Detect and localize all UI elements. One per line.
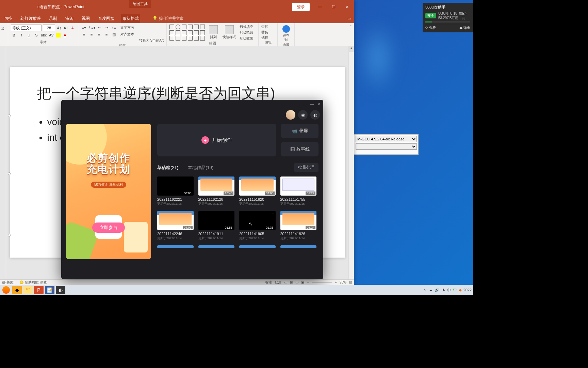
project-card[interactable]: 00:00202211162221更新于2022/11/16 [157, 177, 194, 206]
shape-fill-button[interactable]: 形状填充 [240, 25, 253, 29]
shape-outline-button[interactable]: 形状轮廓 [240, 30, 253, 35]
maximize-button[interactable]: ☐ [327, 2, 340, 12]
close-button[interactable]: ✕ [340, 2, 354, 12]
shape-line-icon[interactable] [194, 25, 199, 29]
secondary-select[interactable] [356, 143, 417, 150]
collapse-ribbon-icon[interactable]: ▭ [347, 16, 351, 21]
windows-taskbar[interactable]: ◆ 📁 P 📝 ◐ ＾ ☁ 🔊 🖧 中 🛡 ◆ 2022 [0, 285, 473, 295]
tray-volume-icon[interactable]: 🔊 [435, 288, 439, 292]
record-screen-button[interactable]: 📹 录屏 [281, 124, 318, 138]
tray-app-icon[interactable]: ◆ [459, 288, 461, 292]
textbox-handle[interactable] [8, 234, 11, 236]
tab-baidu[interactable]: 百度网盘 [97, 14, 116, 23]
usb-eject-button[interactable]: ⏏ 弹出 [459, 26, 470, 30]
project-card[interactable]: 01:55202211141911更新于2022/11/14 [198, 211, 235, 241]
storyline-button[interactable]: 🎞 故事线 [281, 142, 318, 156]
batch-process-button[interactable]: 批量处理 [294, 163, 318, 172]
sorter-view-icon[interactable]: ⊞ [290, 280, 293, 284]
ribbon-options-icon[interactable]: ▭ [299, 2, 313, 12]
editor-minimize-icon[interactable]: — [310, 102, 314, 107]
editor-taskbar-icon[interactable]: ◐ [56, 286, 65, 294]
project-thumbnail[interactable]: 01:33⋯↖ [239, 211, 276, 230]
tell-me-search[interactable]: 💡 操作说明搜索 [152, 16, 183, 21]
tab-view[interactable]: 视图 [80, 14, 91, 23]
project-card[interactable]: 09:22202211151755更新于2022/11/15 [280, 177, 317, 206]
indent-left-icon[interactable]: ⇤ [96, 25, 102, 31]
shadow-icon[interactable]: abc [41, 32, 47, 38]
project-card[interactable] [239, 245, 276, 248]
shape-arrow-icon[interactable] [188, 25, 193, 29]
decrease-font-icon[interactable]: A↓ [63, 25, 69, 31]
zoom-slider[interactable] [312, 282, 332, 283]
tray-network-icon[interactable]: 🖧 [441, 288, 445, 292]
tab-slideshow[interactable]: 幻灯片放映 [19, 14, 42, 23]
project-thumbnail[interactable]: 00:00 [157, 177, 194, 196]
quick-style-button[interactable]: 快速样式 [221, 25, 238, 41]
spacing-icon[interactable]: AV [48, 32, 54, 38]
project-card[interactable] [157, 245, 194, 248]
project-thumbnail[interactable]: 05:24 [280, 211, 317, 230]
textbox-handle[interactable] [8, 114, 11, 117]
collapse-ribbon-chevron-icon[interactable]: ⌃ [348, 23, 354, 46]
project-thumbnail[interactable]: 13:48 [198, 177, 235, 196]
user-avatar[interactable] [286, 110, 295, 120]
shape-icon[interactable] [182, 36, 186, 41]
align-left-icon[interactable]: ≡ [81, 31, 87, 37]
start-create-button[interactable]: + 开始创作 [157, 124, 276, 156]
indent-right-icon[interactable]: ⇥ [103, 25, 110, 31]
zoom-level[interactable]: 96% [340, 280, 346, 284]
select-button[interactable]: 选择 [261, 35, 275, 40]
project-card[interactable]: 13:48202211162128更新于2022/11/16 [198, 177, 235, 206]
underline-icon[interactable]: U [26, 32, 32, 38]
promo-banner[interactable]: 必剪创作 充电计划 50万奖金 海量福利 ╹◡╹ 立即参与 [66, 124, 151, 259]
powerpoint-taskbar-icon[interactable]: P [34, 286, 44, 294]
font-size-select[interactable] [43, 25, 55, 31]
align-text-button[interactable]: 对齐文本 [120, 32, 134, 37]
accessibility-status[interactable]: 辅助功能: 调查 [25, 280, 47, 285]
project-card[interactable] [198, 245, 235, 248]
shape-icon[interactable] [169, 36, 174, 41]
find-button[interactable]: 查找 [261, 25, 275, 29]
project-thumbnail[interactable] [239, 245, 276, 248]
tray-chevron-icon[interactable]: ＾ [423, 288, 427, 293]
shape-icon[interactable] [200, 36, 205, 41]
align-right-icon[interactable]: ≡ [96, 31, 102, 37]
editor-close-icon[interactable]: ✕ [317, 102, 321, 107]
shape-triangle-icon[interactable] [182, 25, 186, 29]
header-button-1[interactable]: ◉ [298, 110, 308, 120]
zoom-in-icon[interactable]: + [335, 280, 337, 284]
shape-oval-icon[interactable] [176, 25, 180, 29]
drafts-tab[interactable]: 草稿箱(21) [157, 165, 178, 171]
smartart-button[interactable]: 转换为 SmartArt [139, 38, 164, 43]
shapes-gallery[interactable] [169, 25, 206, 41]
tray-cloud-icon[interactable]: ☁ [429, 288, 432, 292]
clear-format-icon[interactable]: A [70, 25, 75, 31]
shape-rect-icon[interactable] [169, 25, 174, 29]
notepad-taskbar-icon[interactable]: 📝 [45, 286, 54, 294]
bullets-icon[interactable]: ≡▾ [81, 25, 87, 31]
line-spacing-icon[interactable]: ↕≡ [111, 25, 117, 31]
increase-font-icon[interactable]: A↑ [56, 25, 62, 31]
align-center-icon[interactable]: ≡ [88, 31, 95, 37]
project-thumbnail[interactable] [280, 245, 317, 248]
firefox-taskbar-icon[interactable] [1, 286, 11, 294]
shape-effect-button[interactable]: 形状效果 [240, 36, 253, 41]
app-icon[interactable]: ◆ [12, 286, 22, 294]
fit-window-icon[interactable]: ⊡ [349, 280, 352, 284]
file-explorer-icon[interactable]: 📁 [23, 286, 33, 294]
text-direction-button[interactable]: 文字方向 [120, 25, 134, 30]
zoom-out-icon[interactable]: − [307, 280, 309, 284]
justify-icon[interactable]: ≡ [103, 31, 110, 37]
tray-security-icon[interactable]: 🛡 [453, 288, 457, 292]
clock[interactable]: 2022 [463, 288, 472, 292]
replace-button[interactable]: 替换 [261, 30, 275, 35]
font-family-select[interactable] [11, 25, 42, 31]
project-thumbnail[interactable]: 09:22 [280, 177, 317, 196]
comments-button[interactable]: 批注 [275, 280, 281, 285]
project-more-icon[interactable]: ⋯ [270, 212, 274, 216]
tab-transitions[interactable]: 切换 [3, 14, 14, 23]
tab-review[interactable]: 审阅 [64, 14, 75, 23]
project-card[interactable]: 04:02202211142246更新于2022/11/14 [157, 211, 194, 241]
strike-icon[interactable]: S [33, 32, 39, 38]
tab-shape-format[interactable]: 形状格式 [121, 14, 140, 23]
